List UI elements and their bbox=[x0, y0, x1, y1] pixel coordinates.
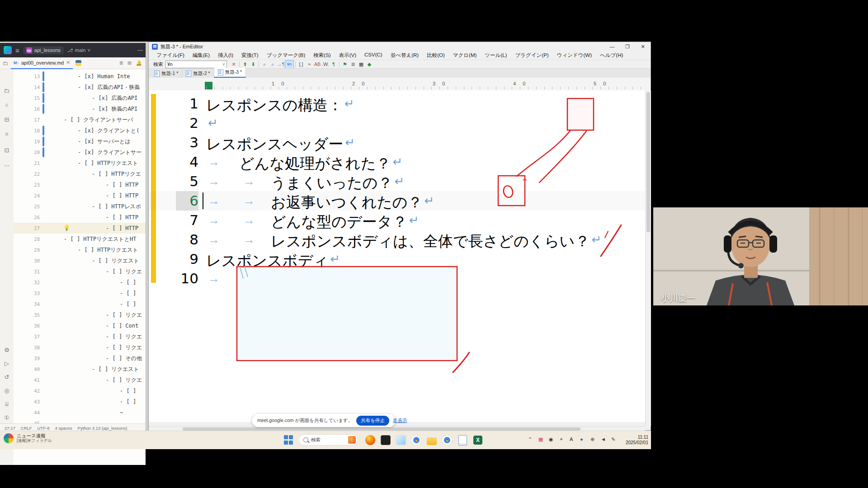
doc-line-3[interactable]: 3レスポンスヘッダー↵ bbox=[149, 133, 645, 152]
tray-chevron-icon[interactable]: ⌃ bbox=[528, 436, 532, 442]
status-item[interactable]: 4 spaces bbox=[55, 426, 72, 431]
doc-line-8[interactable]: 8→→レスポンスボディは、全体で長さどのくらい？↵ bbox=[149, 230, 645, 249]
taskbar-app-chrome-icon[interactable] bbox=[410, 434, 422, 446]
fuzzy-icon[interactable]: ≈ bbox=[305, 61, 313, 68]
grid-icon[interactable]: ▦ bbox=[357, 61, 365, 68]
pycharm-line-17[interactable]: 17- [ ] クライアントサーバ bbox=[14, 114, 146, 125]
document-tab-無題-1 *[interactable]: 無題-1 * bbox=[151, 69, 182, 78]
commit-icon[interactable]: ⑃ bbox=[3, 102, 10, 109]
pycharm-line-14[interactable]: 14- [x] 広義のAPI・狭義 bbox=[14, 82, 146, 93]
pycharm-line-32[interactable]: 32- [ ] bbox=[14, 277, 146, 288]
find-previous-icon[interactable]: ⬆ bbox=[241, 61, 249, 68]
regex-icon[interactable]: [.] bbox=[297, 61, 305, 68]
taskbar-app-excel-icon[interactable]: X bbox=[472, 434, 484, 446]
pycharm-editor[interactable]: 13- [x] Human Inte14- [x] 広義のAPI・狭義15- [… bbox=[14, 69, 146, 465]
pycharm-line-16[interactable]: 16- [x] 狭義のAPI bbox=[14, 103, 146, 114]
menu-ツール(L)[interactable]: ツール(L) bbox=[481, 52, 510, 60]
hamburger-menu-icon[interactable]: ≡ bbox=[15, 47, 19, 54]
find-in-files-icon[interactable]: ⌕ bbox=[260, 61, 269, 68]
tray-app3-icon[interactable]: ✦ bbox=[559, 436, 563, 442]
branch-selector[interactable]: ⎇ main ˅ bbox=[67, 47, 90, 53]
emeditor-document[interactable]: 1レスポンスの構造：↵2↵3レスポンスヘッダー↵4→どんな処理がされた？↵5→→… bbox=[149, 90, 645, 422]
taskbar-app-chrome-meet-icon[interactable] bbox=[441, 434, 453, 446]
pycharm-line-22[interactable]: 22- [ ] HTTPリクエ bbox=[14, 169, 146, 179]
pycharm-line-25[interactable]: 25- [ ] HTTPレスポ bbox=[14, 201, 146, 212]
pycharm-line-21[interactable]: 21- [ ] HTTPリクエスト bbox=[14, 158, 146, 169]
menu-比較(O)[interactable]: 比較(O) bbox=[424, 52, 448, 60]
menu-表示(V)[interactable]: 表示(V) bbox=[336, 52, 359, 60]
minimize-button[interactable]: — bbox=[604, 42, 620, 52]
stop-sharing-button[interactable]: 共有を停止 bbox=[356, 416, 389, 426]
menu-ブックマーク(B)[interactable]: ブックマーク(B) bbox=[264, 52, 309, 60]
pycharm-line-44[interactable]: 44~ bbox=[14, 407, 146, 418]
pycharm-line-38[interactable]: 38- [ ] リクエ bbox=[14, 342, 146, 353]
replace-in-files-icon[interactable]: ⌕ bbox=[269, 61, 277, 68]
close-tab-icon[interactable]: ✕ bbox=[66, 60, 70, 66]
volume-icon[interactable]: ◄ bbox=[601, 436, 606, 442]
menu-並べ替え(R)[interactable]: 並べ替え(R) bbox=[387, 52, 422, 60]
menu-プラグイン(P)[interactable]: プラグイン(P) bbox=[512, 52, 552, 60]
bookmark-icon[interactable]: ⚑ bbox=[341, 61, 349, 68]
split-icon[interactable]: ⊞ bbox=[127, 60, 132, 66]
pycharm-line-15[interactable]: 15- [x] 広義のAPI bbox=[14, 93, 146, 103]
project-folder-icon[interactable]: 🗀 bbox=[3, 60, 8, 66]
debug-icon[interactable]: ↺ bbox=[3, 374, 10, 381]
more-icon[interactable]: ⋯ bbox=[3, 162, 10, 169]
editor-tab-api00-overview[interactable]: M↓ api00_overview.md ✕ bbox=[11, 57, 73, 69]
taskbar-app-explorer-icon[interactable] bbox=[426, 434, 438, 446]
settings-icon[interactable]: ⚙ bbox=[3, 347, 10, 354]
doc-line-4[interactable]: 4→どんな処理がされた？↵ bbox=[149, 152, 645, 172]
tab-marks-icon[interactable]: →¶ bbox=[277, 61, 285, 68]
search-input[interactable]: ¥n ˅ bbox=[165, 61, 227, 68]
macro-icon[interactable]: ◆ bbox=[365, 61, 373, 68]
intention-bulb-icon[interactable]: 💡 bbox=[63, 225, 70, 231]
project-folder-icon[interactable]: 🗀 bbox=[3, 87, 10, 94]
pycharm-line-29[interactable]: 29- [ ] HTTPリクエスト bbox=[14, 244, 146, 255]
taskbar-clock[interactable]: 11:11 2025/02/01 bbox=[620, 435, 648, 446]
status-item[interactable]: 27:17 bbox=[5, 426, 15, 431]
taskbar-search[interactable]: 検索 bbox=[298, 434, 358, 446]
find-next-icon[interactable]: ⬇ bbox=[249, 61, 257, 68]
scrollbar-thumb[interactable] bbox=[646, 92, 650, 232]
doc-line-1[interactable]: 1レスポンスの構造：↵ bbox=[149, 94, 645, 113]
pycharm-line-24[interactable]: 24- [ ] HTTP bbox=[14, 190, 146, 201]
pycharm-line-19[interactable]: 19- [x] サーバーとは bbox=[14, 136, 146, 147]
ime-icon[interactable]: A bbox=[570, 436, 573, 442]
taskbar-app-terminal-icon[interactable] bbox=[380, 434, 392, 446]
document-tab-無題-2 *[interactable]: 無題-2 * bbox=[182, 69, 214, 78]
doc-line-9[interactable]: 9レスポンスボディ↵ bbox=[149, 249, 645, 269]
pycharm-line-35[interactable]: 35- [ ] リクエ bbox=[14, 310, 146, 320]
document-tab-無題-3 *[interactable]: 無題-3 * bbox=[214, 68, 246, 78]
chevron-down-icon[interactable]: ˅ bbox=[222, 61, 225, 67]
minimize-button[interactable]: — bbox=[137, 47, 146, 53]
taskbar-app-firefox-icon[interactable] bbox=[364, 434, 376, 446]
pycharm-line-37[interactable]: 37- [ ] リクエ bbox=[14, 331, 146, 342]
pycharm-line-40[interactable]: 40- [ ] リクエスト bbox=[14, 364, 146, 375]
taskbar-app-notepad-icon[interactable] bbox=[457, 434, 468, 446]
menu-マクロ(M)[interactable]: マクロ(M) bbox=[450, 52, 480, 60]
pycharm-line-36[interactable]: 36- [ ] Cont bbox=[14, 320, 146, 331]
pen-icon[interactable]: ✎ bbox=[611, 436, 615, 442]
whole-word-icon[interactable]: .W. bbox=[321, 61, 330, 68]
menu-ヘルプ(H)[interactable]: ヘルプ(H) bbox=[597, 52, 626, 60]
menu-CSV(C)[interactable]: CSV(C) bbox=[361, 52, 386, 60]
paragraph-icon[interactable]: ¶ bbox=[330, 61, 338, 68]
network-icon[interactable]: ⊕ bbox=[590, 436, 594, 442]
doc-line-7[interactable]: 7→→どんな型のデータ？↵ bbox=[149, 211, 645, 230]
structure-icon[interactable]: ≣ bbox=[119, 60, 123, 66]
pull-request-icon[interactable]: ⌗ bbox=[3, 131, 10, 138]
project-selector[interactable]: ap api_lessons bbox=[23, 47, 64, 54]
pycharm-line-41[interactable]: 41- [ ] リクエ bbox=[14, 375, 146, 385]
pycharm-line-26[interactable]: 26- [ ] HTTP bbox=[14, 212, 146, 223]
problems-icon[interactable]: ① bbox=[3, 414, 10, 422]
doc-line-5[interactable]: 5→→うまくいったの？↵ bbox=[149, 172, 645, 191]
status-item[interactable]: CRLF bbox=[21, 426, 32, 431]
pycharm-line-42[interactable]: 42- [ ] bbox=[14, 385, 146, 396]
pycharm-line-43[interactable]: 43- [ ] bbox=[14, 396, 146, 407]
services-icon[interactable]: ⊡ bbox=[3, 147, 10, 154]
menu-挿入(I)[interactable]: 挿入(I) bbox=[215, 52, 236, 60]
close-button[interactable]: ✕ bbox=[635, 42, 651, 52]
status-item[interactable]: UTF-8 bbox=[38, 426, 50, 431]
pycharm-line-30[interactable]: 30- [ ] リクエスト bbox=[14, 255, 146, 266]
vertical-scrollbar[interactable] bbox=[645, 90, 651, 426]
